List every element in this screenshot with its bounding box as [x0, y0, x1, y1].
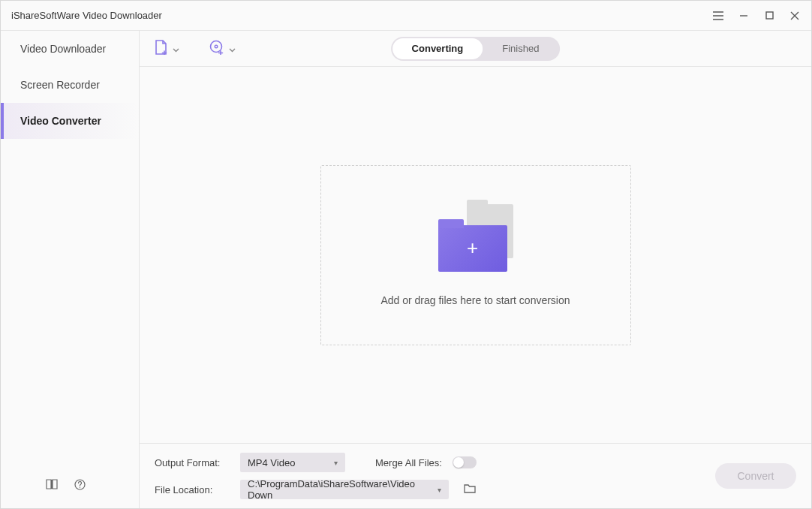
merge-all-files-label: Merge All Files: [375, 457, 442, 468]
tab-pill: Converting Finished [391, 37, 561, 61]
dropzone[interactable]: + Add or drag files here to start conver… [320, 165, 631, 345]
main: Converting Finished + Add or drag fil [140, 31, 811, 508]
add-file-button[interactable] [155, 40, 179, 58]
tab-label: Finished [502, 43, 539, 54]
maximize-icon[interactable] [763, 10, 775, 22]
svg-point-3 [215, 45, 218, 48]
convert-button[interactable]: Convert [715, 463, 796, 489]
toolbar: Converting Finished [140, 31, 811, 67]
sidebar-item-label: Video Downloader [20, 43, 106, 55]
help-icon[interactable] [74, 479, 86, 493]
plus-icon: + [467, 236, 478, 260]
minimize-icon[interactable] [738, 10, 750, 22]
window-controls [712, 10, 801, 22]
sidebar-item-video-downloader[interactable]: Video Downloader [1, 31, 139, 67]
svg-point-2 [211, 41, 222, 52]
menu-icon[interactable] [712, 10, 724, 22]
tab-label: Converting [412, 43, 464, 54]
tab-converting[interactable]: Converting [392, 38, 483, 59]
sidebar-items: Video Downloader Screen Recorder Video C… [1, 31, 139, 463]
footer: Output Format: MP4 Video ▾ Merge All Fil… [140, 443, 811, 508]
add-disc-button[interactable] [209, 40, 236, 58]
folder-plus-illustration: + [438, 204, 513, 272]
folder-front-icon: + [438, 225, 507, 272]
sidebar: Video Downloader Screen Recorder Video C… [1, 31, 140, 508]
app-window: iShareSoftWare Video Downloader Video Do… [0, 0, 812, 509]
app-title: iShareSoftWare Video Downloader [11, 10, 162, 21]
dropzone-text: Add or drag files here to start conversi… [380, 294, 570, 306]
sidebar-item-video-converter[interactable]: Video Converter [1, 103, 139, 139]
select-value: MP4 Video [248, 457, 295, 468]
book-icon[interactable] [46, 479, 58, 492]
file-location-select[interactable]: C:\ProgramData\iShareSoftware\Video Down… [240, 480, 449, 499]
tab-finished[interactable]: Finished [483, 38, 558, 59]
footer-row-format: Output Format: MP4 Video ▾ Merge All Fil… [155, 453, 796, 472]
sidebar-item-label: Video Converter [20, 115, 101, 127]
sidebar-item-screen-recorder[interactable]: Screen Recorder [1, 67, 139, 103]
select-value: C:\ProgramData\iShareSoftware\Video Down [248, 478, 438, 501]
disc-plus-icon [209, 40, 224, 58]
chevron-down-icon [229, 42, 236, 56]
open-folder-button[interactable] [464, 483, 476, 495]
sidebar-item-label: Screen Recorder [20, 79, 100, 91]
canvas: + Add or drag files here to start conver… [140, 67, 811, 443]
titlebar: iShareSoftWare Video Downloader [1, 1, 811, 31]
svg-rect-0 [766, 12, 773, 19]
merge-toggle[interactable] [453, 456, 477, 468]
file-plus-icon [155, 40, 168, 58]
toolbar-left [155, 40, 236, 58]
sidebar-bottom [1, 463, 139, 508]
chevron-down-icon: ▾ [438, 486, 441, 494]
footer-row-location: File Location: C:\ProgramData\iShareSoft… [155, 480, 796, 499]
chevron-down-icon: ▾ [334, 459, 338, 467]
close-icon[interactable] [789, 10, 801, 22]
chevron-down-icon [173, 42, 179, 56]
output-format-select[interactable]: MP4 Video ▾ [240, 453, 345, 472]
button-label: Convert [737, 470, 774, 482]
file-location-label: File Location: [155, 484, 230, 495]
output-format-label: Output Format: [155, 457, 230, 468]
body: Video Downloader Screen Recorder Video C… [1, 31, 811, 508]
